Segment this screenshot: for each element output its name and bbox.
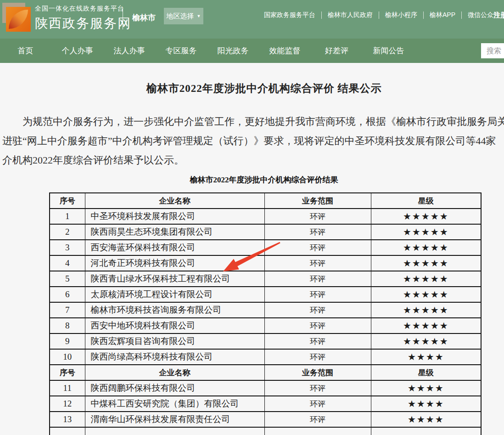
table-row: 4河北奇正环境科技有限公司环评★★★★★ <box>50 255 481 271</box>
table-row: 11陕西阔鹏环保科技有限公司环评★★★★ <box>50 380 481 396</box>
table-row: 5陕西青山绿水环保科技工程有限公司环评★★★★★ <box>50 271 481 287</box>
results-table: 序号企业名称业务范围星级1中圣环境科技发展有限公司环评★★★★★2陕西雨昊生态环… <box>49 192 482 435</box>
main-nav-list: 首页个人办事法人办事专区服务阳光政务效能监督好差评新闻公告 <box>0 39 414 63</box>
cell-name: 渭南华山环保科技发展有限责任公司 <box>85 412 264 427</box>
cell-name: 陕西雨昊生态环境集团有限公司 <box>85 224 264 240</box>
cell-name: 西安海蓝环保科技有限公司 <box>85 240 264 255</box>
table-row: 6太原核清环境工程设计有限公司环评★★★★★ <box>50 287 481 302</box>
divider <box>423 11 424 19</box>
header-link[interactable]: 榆林APP <box>430 11 455 19</box>
cell-stars: ★★★★★ <box>371 209 481 224</box>
cell-stars: ★★★★★ <box>371 224 481 240</box>
cell-stars: ★★★★★ <box>371 255 481 271</box>
header-link[interactable]: 榆林小程序 <box>385 11 417 19</box>
cell-no: 9 <box>50 333 85 349</box>
divider <box>461 11 462 19</box>
nav-item[interactable]: 新闻公告 <box>363 39 414 63</box>
cell-scope: 环评 <box>264 380 371 396</box>
column-header: 业务范围 <box>264 193 371 209</box>
nav-item[interactable]: 好差评 <box>311 39 363 63</box>
table-row: 7榆林市环境科技咨询服务有限公司环评★★★★★ <box>50 302 481 318</box>
chevron-down-icon: ▼ <box>197 14 201 18</box>
nav-item[interactable]: 个人办事 <box>51 39 103 63</box>
nav-item[interactable]: 首页 <box>0 39 51 63</box>
table-header-row: 序号企业名称业务范围星级 <box>50 193 481 209</box>
page-title: 榆林市2022年度涉批中介机构综合评价 结果公示 <box>0 81 504 96</box>
table-header-row: 序号企业名称业务范围星级 <box>50 365 481 380</box>
cell-name: 河北奇正环境科技有限公司 <box>85 255 264 271</box>
cell-no: 11 <box>50 380 85 396</box>
platform-label: 全国一体化在线政务服务平台 <box>35 5 131 13</box>
nav-item[interactable]: 法人办事 <box>103 39 155 63</box>
cell-no: 10 <box>50 349 85 365</box>
cell-no: 12 <box>50 396 85 412</box>
cell-no: 5 <box>50 271 85 287</box>
cell-name: 陕西尚绿高科环境科技有限公司 <box>85 349 264 365</box>
cell-name: 太原核清环境工程设计有限公司 <box>85 287 264 302</box>
header-link[interactable]: 国家政务服务平台 <box>264 11 315 19</box>
cell-scope: 环评 <box>264 302 371 318</box>
cell-name: 榆林市环境科技咨询服务有限公司 <box>85 302 264 318</box>
nav-item[interactable]: 专区服务 <box>155 39 207 63</box>
table-row: 2陕西雨昊生态环境集团有限公司环评★★★★★ <box>50 224 481 240</box>
brand-block: 全国一体化在线政务服务平台 陕西政务服务网 <box>35 5 131 32</box>
cell-no: 2 <box>50 224 85 240</box>
column-header: 星级 <box>371 365 481 380</box>
column-header: 企业名称 <box>85 193 264 209</box>
cell-no: 8 <box>50 318 85 333</box>
cell-stars: ★★★★★ <box>371 287 481 302</box>
region-select-button[interactable]: 地区选择 ▼ <box>164 8 203 24</box>
site-logo[interactable] <box>2 3 35 36</box>
cell-scope: 环评 <box>264 287 371 302</box>
table-row: 10陕西尚绿高科环境科技有限公司环评★★★★ <box>50 349 481 365</box>
cell-stars: ★★★★★ <box>371 333 481 349</box>
cell-scope: 环评 <box>264 271 371 287</box>
nav-item[interactable]: 阳光政务 <box>207 39 259 63</box>
table-row: 8西安中地环境科技有限公司环评★★★★★ <box>50 318 481 333</box>
paragraph-line: 介机构2022年度综合评价结果予以公示。 <box>2 151 504 170</box>
table-row: 13渭南华山环保科技发展有限责任公司环评★★★★ <box>50 412 481 427</box>
cell-stars: ★★★★ <box>371 396 481 412</box>
cell-no: 13 <box>50 412 85 427</box>
paragraph-line: 进驻“网上中介服务超市”中介机构考评管理规定（试行）》要求，现将评定的中圣环境科… <box>2 131 504 151</box>
quick-links: 国家政务服务平台榆林市人民政府榆林小程序榆林APP微信公众号 <box>264 0 500 30</box>
search-input[interactable] <box>481 43 504 58</box>
cell-stars: ★★★★ <box>371 412 481 427</box>
table-caption: 榆林市2022年度涉批中介机构综合评价结果 <box>0 175 504 185</box>
cell-scope: 环评 <box>264 396 371 412</box>
cell-name: 中圣环境科技发展有限公司 <box>85 209 264 224</box>
cell-no: 6 <box>50 287 85 302</box>
nav-item[interactable]: 效能监督 <box>259 39 311 63</box>
divider <box>321 11 322 19</box>
cell-scope: 环评 <box>264 240 371 255</box>
cell-no: 7 <box>50 302 85 318</box>
cell-stars: ★★★★★ <box>371 271 481 287</box>
divider <box>379 11 379 19</box>
site-name: 陕西政务服务网 <box>35 15 131 32</box>
cell-stars: ★★★★★ <box>371 302 481 318</box>
header-link[interactable]: 榆林市人民政府 <box>328 11 373 19</box>
cell-scope: 环评 <box>264 349 371 365</box>
cell-no: 1 <box>50 209 85 224</box>
table-row: 9陕西宏辉项目咨询有限公司环评★★★★★ <box>50 333 481 349</box>
cell-scope: 环评 <box>264 209 371 224</box>
region-select-label: 地区选择 <box>167 12 194 21</box>
cell-scope: 环评 <box>264 255 371 271</box>
cell-name: 陕西阔鹏环保科技有限公司 <box>85 380 264 396</box>
cell-stars: ★★★★★ <box>371 240 481 255</box>
cell-name: 西安中地环境科技有限公司 <box>85 318 264 333</box>
column-header: 业务范围 <box>264 365 371 380</box>
register-link[interactable]: 注册 <box>493 11 504 20</box>
column-header: 星级 <box>371 193 481 209</box>
cell-scope: 环评 <box>264 318 371 333</box>
column-header: 序号 <box>50 365 85 380</box>
column-header: 序号 <box>50 193 85 209</box>
paragraph-line: 为规范中介服务行为，进一步强化中介监管工作，更好地提升我市营商环境，根据《榆林市… <box>2 112 504 131</box>
site-header: 全国一体化在线政务服务平台 陕西政务服务网 榆林市 地区选择 ▼ 国家政务服务平… <box>0 0 504 39</box>
cell-no: 3 <box>50 240 85 255</box>
table-row: 12中煤科工西安研究院（集团）有限公司环评★★★★ <box>50 396 481 412</box>
cell-stars: ★★★★★ <box>371 318 481 333</box>
cell-scope: 环评 <box>264 333 371 349</box>
cell-scope: 环评 <box>264 224 371 240</box>
current-city-label: 榆林市 <box>132 12 156 23</box>
